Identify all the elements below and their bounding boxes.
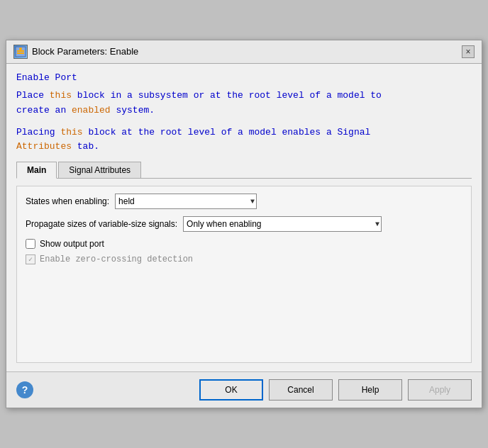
content-area: Enable Port Place this block in a subsys… <box>6 64 482 371</box>
tabs-row: Main Signal Attributes <box>16 162 472 179</box>
svg-point-3 <box>19 47 22 50</box>
desc2-this: this <box>60 127 82 138</box>
help-icon-button[interactable]: ? <box>16 381 33 398</box>
desc1-this: this <box>50 90 72 101</box>
zero-crossing-row: ✓ Enable zero-crossing detection <box>26 254 462 264</box>
ok-button[interactable]: OK <box>199 379 263 401</box>
window-title: Block Parameters: Enable <box>32 46 138 57</box>
tab-signal-attributes[interactable]: Signal Attributes <box>58 162 141 178</box>
propagate-select-wrapper: Only when enabling During execution ▼ <box>183 216 382 232</box>
enable-port-label: Enable Port <box>16 72 472 83</box>
help-button[interactable]: Help <box>338 379 402 401</box>
apply-button[interactable]: Apply <box>408 379 472 401</box>
main-panel: States when enabling: held reset inherit… <box>16 186 472 363</box>
button-group: OK Cancel Help Apply <box>199 379 472 401</box>
states-label: States when enabling: <box>26 196 109 206</box>
window-icon <box>13 45 28 59</box>
title-bar-left: Block Parameters: Enable <box>13 45 138 59</box>
propagate-label: Propagate sizes of variable-size signals… <box>26 219 177 229</box>
title-bar: Block Parameters: Enable × <box>6 40 482 64</box>
description2: Placing this block at the root level of … <box>16 125 472 155</box>
states-select[interactable]: held reset inherit <box>115 194 257 209</box>
svg-rect-2 <box>17 52 24 54</box>
show-output-label[interactable]: Show output port <box>40 239 104 249</box>
close-button[interactable]: × <box>462 45 475 58</box>
empty-space <box>26 270 462 355</box>
propagate-row: Propagate sizes of variable-size signals… <box>26 216 462 232</box>
description1: Place this block in a subsystem or at th… <box>16 89 472 118</box>
tab-main[interactable]: Main <box>16 162 57 179</box>
states-row: States when enabling: held reset inherit… <box>26 194 462 209</box>
propagate-select[interactable]: Only when enabling During execution <box>183 216 382 232</box>
show-output-row: Show output port <box>26 239 462 249</box>
show-output-checkbox[interactable] <box>26 239 35 249</box>
states-select-wrapper: held reset inherit ▼ <box>115 194 257 209</box>
zero-crossing-label: Enable zero-crossing detection <box>40 254 193 264</box>
desc2-attributes: Attributes <box>16 141 72 152</box>
cancel-button[interactable]: Cancel <box>269 379 333 401</box>
desc1-enabled: enabled <box>72 105 111 116</box>
dialog-window: Block Parameters: Enable × Enable Port P… <box>6 40 482 408</box>
zero-crossing-checkbox: ✓ <box>26 254 35 264</box>
bottom-bar: ? OK Cancel Help Apply <box>6 371 482 408</box>
svg-rect-1 <box>17 50 24 52</box>
